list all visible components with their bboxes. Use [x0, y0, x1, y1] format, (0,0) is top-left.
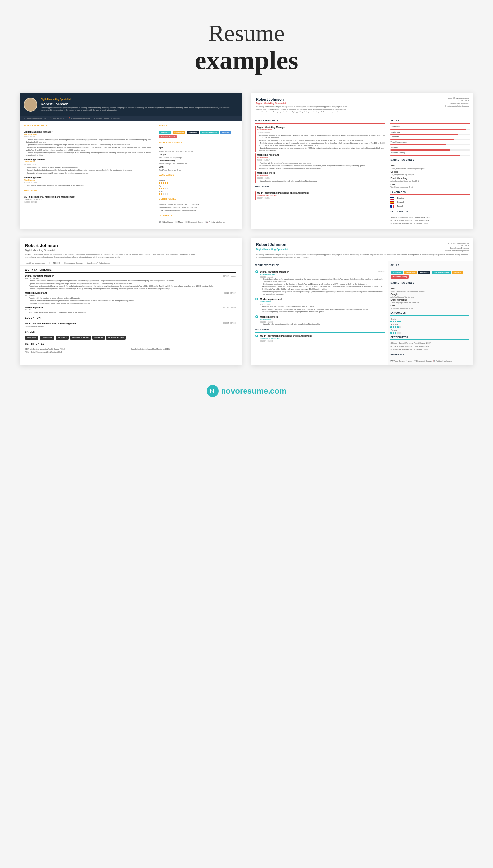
- job1-title: Digital Marketing Manager: [24, 130, 153, 133]
- avatar: [24, 98, 38, 111]
- skill-tag-timemanagement: Time Management: [200, 130, 219, 134]
- resume2-location: Copenhagen, Denmark: [445, 102, 469, 105]
- ai-icon: 🤖: [206, 221, 208, 223]
- resume4-certs-title: CERTIFICATES: [390, 336, 469, 340]
- flag-spanish: [390, 201, 394, 204]
- flag-english: [390, 197, 394, 200]
- resume4-langs-title: LANGUAGES: [390, 312, 469, 316]
- title-examples: examples: [0, 47, 493, 73]
- r4-interest-4: 🤖 Artificial Intelligence: [433, 360, 452, 363]
- resume2-cms: CMS: [390, 183, 470, 186]
- resume2-langs-title: LANGUAGES: [390, 191, 470, 195]
- skill-bar-teamwork: Teamwork: [390, 126, 470, 130]
- skill-bar-problemsolving: Problem Solving: [390, 152, 470, 156]
- resume3-certs-title: CERTIFICATES: [25, 343, 236, 346]
- resume2-edu-content: MS in International Marketing and Manage…: [257, 191, 308, 200]
- resume2-body: WORK EXPERIENCE Digital Marketing Manage…: [252, 116, 473, 229]
- resume4-lang-fr: French: [390, 329, 469, 333]
- r3-location: Copenhagen, Denmark: [64, 262, 83, 265]
- resume3-subtitle: Digital Marketing Specialist: [25, 249, 236, 252]
- job-accent-1: [255, 126, 256, 152]
- phone-icon: 📞 044 412 2019: [50, 118, 64, 120]
- resume2-header-left: Robert Johnson Digital Marketing Special…: [256, 97, 348, 113]
- resume3-desc: Marketing professional with proven exper…: [25, 253, 196, 259]
- resume4-contact: robert@novoresume.com 044 412 2019 Copen…: [445, 242, 469, 252]
- interests-container: 🎮 Video Games ♪ Music ☀ Renewable Energy…: [159, 220, 238, 224]
- resume4-left: WORK EXPERIENCE Digital Marketing Manage…: [252, 262, 388, 366]
- resume4-header-left: Robert Johnson Digital Marketing Special…: [256, 242, 288, 252]
- education-title: EDUCATION: [24, 189, 153, 193]
- resume-card-2: Robert Johnson Digital Marketing Special…: [252, 93, 473, 229]
- resume2-linkedin: linkedin.com/in/robertjohnson: [445, 105, 469, 107]
- resume2-work-title: WORK EXPERIENCE: [255, 119, 385, 123]
- resume2-certs-title: CERTIFICATES: [390, 210, 470, 214]
- skill-bar-flexibility: Flexibility: [390, 136, 470, 140]
- interest-ai: 🤖 Artificial Intelligence: [206, 221, 225, 223]
- resume2-cert1: SEMrush Content Marketing Toolkit Course…: [390, 216, 470, 219]
- resume4-right: SKILLS Teamwork Leadership Flexibility T…: [388, 262, 473, 366]
- resume2-job1-content: Digital Marketing Manager Astoria Baumax…: [257, 126, 385, 152]
- resume1-left: WORK EXPERIENCE Digital Marketing Manage…: [20, 121, 156, 227]
- mskill-google: Google: [159, 153, 238, 156]
- resume3-body: WORK EXPERIENCE Digital Marketing Manage…: [20, 266, 241, 356]
- resume3-edu-title: EDUCATION: [25, 316, 236, 321]
- interests-title: INTERESTS: [159, 214, 238, 218]
- job2-date: 4/2013 - 05/2017: [24, 163, 153, 166]
- resume2-seo: SEO: [390, 164, 470, 167]
- skill-tag-flexibility: Flexibility: [187, 130, 198, 134]
- job3-date: 06/2010 - 10/2016: [24, 182, 153, 184]
- skill-bar-timemanagement: Time Management: [390, 141, 470, 145]
- videogames-icon: 🎮: [159, 221, 162, 223]
- resume2-lang-fr: French: [390, 205, 470, 208]
- resume3-contact: robert@novoresume.com 044 412 2019 Copen…: [20, 261, 241, 266]
- resume3-skills-title: SKILLS: [25, 330, 236, 334]
- resume2-cert3: PCM - Digital Management Certification (…: [390, 222, 470, 225]
- skills-title: SKILLS: [159, 124, 238, 128]
- job1-bullet2: Updated and monitored the Bid Strategy i…: [24, 144, 153, 146]
- skill-bar-leadership: Leadership: [390, 131, 470, 135]
- resume4-header: Robert Johnson Digital Marketing Special…: [252, 239, 473, 262]
- resume2-skills-title: SKILLS: [390, 119, 470, 123]
- mskills-title: MARKETING SKILLS: [159, 141, 238, 145]
- work-experience-title: WORK EXPERIENCE: [24, 124, 153, 128]
- resume4-work-title: WORK EXPERIENCE: [255, 264, 385, 268]
- resume-card-4: Robert Johnson Digital Marketing Special…: [252, 239, 473, 366]
- cert2: Google Analytics Individual Qualificatio…: [159, 206, 238, 209]
- r4-interest-1: 🎮 Video Games: [390, 360, 404, 363]
- lang-english-dots: [159, 182, 238, 184]
- resume2-job2-content: Marketing Assistant Riot Games 4/2013 - …: [257, 153, 365, 170]
- novoresume-logo-icon: [207, 385, 218, 397]
- job3-note: Was offered a marketing assistant job af…: [24, 185, 153, 187]
- resume2-name: Robert Johnson: [256, 97, 348, 102]
- skill-tags-container: Teamwork Leadership Flexibility Time Man…: [159, 130, 238, 139]
- resume2-email-mktg: Email Marketing: [390, 177, 470, 180]
- linkedin-icon: in linkedin.com/in/robertjohnson: [94, 118, 120, 120]
- resume1-contact: ✉ robert@novoresume.com 📞 044 412 2019 📍…: [20, 116, 241, 121]
- cert3: PCM - Digital Management Certification (…: [159, 209, 238, 212]
- resume4-job2: Marketing Assistant Riot Games 4/2013 - …: [255, 298, 385, 313]
- footer-logo-text: novoresume.com: [221, 387, 286, 396]
- resume4-desc: Marketing professional with proven exper…: [256, 253, 469, 259]
- page-header: Resume examples: [0, 0, 493, 86]
- resume2-contact: robert@novoresume.com 044 412 2019 Copen…: [445, 97, 469, 108]
- resume4-lang-en: English: [390, 318, 469, 323]
- resume1-header-info: Digital Marketing Specialist Robert John…: [41, 98, 238, 111]
- lang-french-dots: [159, 193, 238, 195]
- job-accent-2: [255, 153, 256, 170]
- resume4-interests-container: 🎮 Video Games ♪ Music ☀ Renewable Energy…: [390, 359, 469, 363]
- r4-interest-2: ♪ Music: [406, 360, 412, 363]
- job2-bullet1: Assisted with the creation of press rele…: [24, 166, 153, 169]
- resume2-right: SKILLS Teamwork Leadership Flexibility T…: [388, 116, 473, 229]
- timeline-dot-3: [255, 315, 258, 318]
- edu-degree: MS in International Marketing and Manage…: [24, 195, 153, 198]
- location-icon: 📍 Copenhagen, Denmark: [68, 118, 90, 120]
- job1-company: Astoria Baumax: [24, 133, 153, 136]
- resume-card-3: Robert Johnson Digital Marketing Special…: [20, 239, 241, 366]
- resume2-job3: Marketing Intern Riot Games 06/2010 - 10…: [255, 171, 385, 183]
- resume4-interests-title: INTERESTS: [390, 353, 469, 357]
- timeline-dot-edu: [255, 334, 258, 337]
- job3-title: Marketing Intern: [24, 176, 153, 179]
- resume3-header: Robert Johnson Digital Marketing Special…: [20, 239, 241, 261]
- lang-spanish: Spanish: [159, 185, 238, 189]
- resume1-body: WORK EXPERIENCE Digital Marketing Manage…: [20, 121, 241, 227]
